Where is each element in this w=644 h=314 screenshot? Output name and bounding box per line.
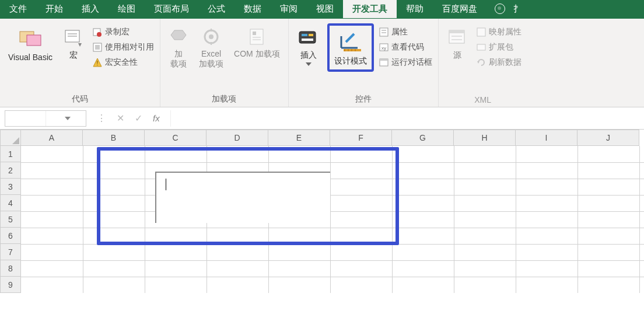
tab-review[interactable]: 审阅 (271, 0, 307, 18)
map-props-label: 映射属性 (489, 27, 522, 37)
tab-baidu[interactable]: 百度网盘 (433, 0, 487, 18)
svg-rect-21 (302, 34, 307, 36)
col-header[interactable]: G (392, 130, 454, 146)
source-icon (447, 27, 468, 48)
run-dialog-button[interactable]: 运行对话框 (377, 56, 433, 69)
row-header[interactable]: 1 (0, 146, 21, 162)
view-code-button[interactable]: xy 查看代码 (377, 41, 433, 54)
tell-me-icon[interactable] (495, 4, 505, 14)
row-header[interactable]: 6 (0, 228, 21, 244)
svg-rect-9 (95, 45, 100, 50)
design-mode-button[interactable]: 设计模式 (331, 27, 370, 68)
relative-ref-label: 使用相对引用 (105, 42, 154, 53)
col-header[interactable]: F (330, 130, 392, 146)
fx-icon[interactable]: fx (153, 113, 160, 123)
row-header[interactable]: 2 (0, 162, 21, 179)
col-header[interactable]: E (268, 130, 330, 146)
ext-pack-icon (476, 42, 487, 53)
source-label: 源 (453, 50, 461, 60)
col-header[interactable]: I (516, 130, 578, 146)
excel-addin-label: Excel 加载项 (199, 49, 223, 69)
svg-text:!: ! (97, 60, 99, 67)
properties-label: 属性 (391, 27, 408, 37)
text-cursor (166, 179, 166, 190)
macro-icon (63, 27, 84, 48)
insert-control-button[interactable]: 插入 (293, 23, 324, 68)
svg-rect-22 (309, 34, 313, 36)
com-addin-icon (247, 27, 267, 47)
ext-pack-label: 扩展包 (489, 42, 513, 53)
map-props-button[interactable]: 映射属性 (475, 26, 523, 39)
tab-home[interactable]: 开始 (36, 0, 72, 18)
ext-pack-button[interactable]: 扩展包 (475, 41, 523, 54)
svg-marker-48 (12, 137, 19, 144)
cancel-icon[interactable]: ✕ (117, 113, 124, 124)
tab-insert[interactable]: 插入 (72, 0, 108, 18)
svg-rect-16 (250, 29, 263, 44)
run-dialog-label: 运行对话框 (391, 57, 432, 68)
tab-draw[interactable]: 绘图 (108, 0, 145, 18)
macro-button[interactable]: 宏 (60, 23, 88, 62)
svg-rect-1 (27, 35, 41, 46)
row-header[interactable]: 3 (0, 179, 21, 195)
col-header[interactable]: A (21, 130, 83, 146)
com-addin-button[interactable]: COM 加载项 (230, 23, 284, 61)
select-all-corner[interactable] (0, 130, 21, 146)
tab-help[interactable]: 帮助 (397, 0, 433, 18)
svg-line-27 (346, 34, 354, 42)
view-code-icon: xy (379, 42, 389, 53)
svg-rect-41 (449, 30, 464, 33)
col-header[interactable]: C (145, 130, 206, 146)
tab-pagelayout[interactable]: 页面布局 (145, 0, 198, 18)
spreadsheet: 1 2 3 4 5 6 7 8 9 A B C D E F G H I J (0, 130, 644, 293)
refresh-data-label: 刷新数据 (489, 57, 522, 68)
formula-bar-row: ⋮ ✕ ✓ fx (0, 107, 644, 130)
group-code-label: 代码 (5, 92, 155, 106)
enter-icon[interactable]: ✓ (135, 113, 142, 124)
svg-rect-20 (299, 32, 316, 43)
row-header[interactable]: 7 (0, 244, 21, 260)
refresh-data-button[interactable]: 刷新数据 (475, 56, 523, 69)
cells-area[interactable] (21, 146, 644, 293)
ribbon-tabs: 文件 开始 插入 绘图 页面布局 公式 数据 审阅 视图 开发工具 帮助 百度网… (0, 0, 644, 19)
addin-button[interactable]: 加 载项 (165, 23, 192, 71)
col-header[interactable]: J (578, 130, 639, 146)
group-controls: 插入 设计模式 属性 xy 查看代码 (289, 19, 439, 107)
col-header[interactable]: D (206, 130, 268, 146)
addin-icon (169, 27, 188, 47)
design-mode-label: 设计模式 (334, 56, 367, 66)
tab-developer[interactable]: 开发工具 (343, 0, 397, 18)
macro-security-button[interactable]: ! 宏安全性 (91, 56, 155, 69)
svg-rect-28 (344, 49, 361, 51)
tab-data[interactable]: 数据 (235, 0, 271, 18)
group-code: Visual Basic 宏 录制宏 使用相对引用 ! (0, 19, 160, 107)
name-box[interactable] (5, 110, 86, 127)
group-addins: 加 载项 Excel 加载项 COM 加载项 加载项 (160, 19, 289, 107)
tab-view[interactable]: 视图 (307, 0, 343, 18)
name-box-dropdown-icon[interactable] (46, 111, 86, 126)
record-macro-button[interactable]: 录制宏 (91, 26, 155, 39)
svg-rect-23 (302, 39, 313, 41)
group-xml-label: XML (443, 93, 523, 106)
visual-basic-button[interactable]: Visual Basic (5, 23, 56, 65)
svg-rect-45 (477, 44, 485, 50)
row-header[interactable]: 5 (0, 211, 21, 228)
tab-formulas[interactable]: 公式 (198, 0, 235, 18)
macro-security-label: 宏安全性 (105, 57, 138, 68)
formula-input[interactable] (170, 110, 644, 127)
svg-marker-47 (65, 117, 71, 120)
row-header[interactable]: 4 (0, 195, 21, 211)
source-button[interactable]: 源 (443, 23, 471, 62)
embedded-textbox[interactable] (155, 172, 330, 223)
relative-ref-button[interactable]: 使用相对引用 (91, 41, 155, 54)
row-header[interactable]: 9 (0, 277, 21, 293)
excel-addin-button[interactable]: Excel 加载项 (195, 23, 227, 71)
tab-file[interactable]: 文件 (0, 0, 36, 18)
col-header[interactable]: H (454, 130, 516, 146)
row-header[interactable]: 8 (0, 260, 21, 277)
view-code-label: 查看代码 (391, 42, 424, 53)
svg-marker-24 (306, 62, 312, 66)
col-header[interactable]: B (83, 130, 145, 146)
properties-button[interactable]: 属性 (377, 26, 433, 39)
svg-rect-33 (380, 28, 388, 36)
